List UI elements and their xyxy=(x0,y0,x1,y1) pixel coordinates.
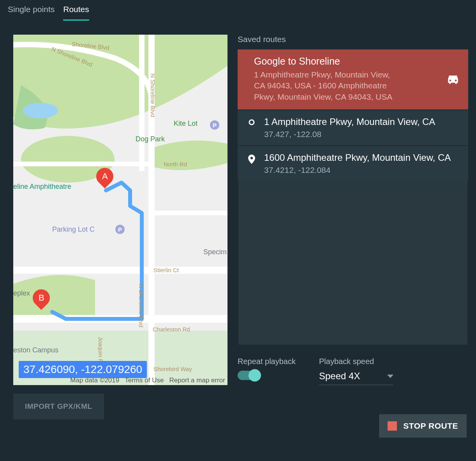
location-pin-icon xyxy=(248,152,256,164)
repeat-playback-label: Repeat playback xyxy=(238,357,296,366)
circle-outline-icon xyxy=(248,116,256,126)
repeat-playback-toggle[interactable] xyxy=(238,371,259,380)
map-label-eplex: eplex xyxy=(13,289,30,297)
road-n-shoreline-vert-1: N Shoreline Blvd xyxy=(150,74,156,117)
repeat-playback-control: Repeat playback xyxy=(238,357,296,380)
saved-route-item[interactable]: Google to Shoreline 1 Amphitheatre Pkwy,… xyxy=(238,49,468,109)
svg-point-6 xyxy=(249,120,254,125)
import-gpx-kml-button[interactable]: IMPORT GPX/KML xyxy=(13,394,104,419)
map-pin-b[interactable]: B xyxy=(33,289,50,312)
tab-routes[interactable]: Routes xyxy=(63,5,89,21)
road-joaquin: Joaquin R xyxy=(97,337,104,363)
route-name: Google to Shoreline xyxy=(254,56,461,67)
pin-a-label: A xyxy=(102,171,108,181)
toggle-knob xyxy=(249,369,261,382)
stop-icon xyxy=(388,421,397,431)
map-attribution: Map data ©2019 Terms of Use Report a map… xyxy=(70,377,225,384)
playback-speed-select[interactable]: Speed 4X xyxy=(319,371,393,385)
route-map[interactable]: Kite Lot Dog Park eline Amphitheatre Par… xyxy=(13,35,227,385)
tab-single-points[interactable]: Single points xyxy=(8,5,55,21)
map-pin-a[interactable]: A xyxy=(96,168,113,190)
map-label-amphitheatre: eline Amphitheatre xyxy=(13,183,71,191)
road-charleston: Charleston Rd xyxy=(153,326,190,333)
playback-speed-control: Playback speed Speed 4X xyxy=(319,357,393,385)
pin-b-label: B xyxy=(39,293,44,303)
waypoint-coords: 37.4212, -122.084 xyxy=(264,165,461,175)
map-terms-link[interactable]: Terms of Use xyxy=(125,377,164,384)
route-description: 1 Amphitheatre Pkwy, Mountain View, CA 9… xyxy=(254,69,402,102)
map-label-parking: Parking Lot C xyxy=(52,225,95,234)
car-icon xyxy=(446,74,460,84)
road-n-shoreline-vert-2: N Shoreline Blvd xyxy=(138,284,145,327)
map-canvas xyxy=(13,35,227,385)
svg-point-4 xyxy=(450,80,451,82)
playback-speed-value: Speed 4X xyxy=(319,371,360,382)
coord-chip: 37.426090, -122.079260 xyxy=(19,361,147,378)
road-stierlin: Stierlin Ct xyxy=(153,267,179,273)
chevron-down-icon xyxy=(387,375,393,378)
playback-speed-label: Playback speed xyxy=(319,357,393,366)
waypoint-list: 1 Amphitheatre Pkwy, Mountain View, CA 3… xyxy=(238,109,468,181)
map-label-eston: eston Campus xyxy=(13,346,58,354)
parking-icon: P xyxy=(210,120,219,130)
stop-route-label: STOP ROUTE xyxy=(403,421,458,431)
waypoint-start[interactable]: 1 Amphitheatre Pkwy, Mountain View, CA 3… xyxy=(238,110,468,146)
road-north-rd: North Rd xyxy=(164,161,187,167)
map-label-dog-park: Dog Park xyxy=(136,135,165,143)
waypoint-title: 1 Amphitheatre Pkwy, Mountain View, CA xyxy=(264,116,461,127)
map-label-specim: Specim xyxy=(203,248,227,256)
stop-route-button[interactable]: STOP ROUTE xyxy=(379,414,467,438)
svg-point-5 xyxy=(455,80,457,82)
waypoint-destination[interactable]: 1600 Amphitheatre Pkwy, Mountain View, C… xyxy=(238,146,468,181)
map-report-link[interactable]: Report a map error xyxy=(169,377,225,384)
map-data-label: Map data ©2019 xyxy=(70,377,119,384)
waypoint-coords: 37.427, -122.08 xyxy=(264,130,461,139)
parking-icon: P xyxy=(115,225,125,234)
saved-routes-title: Saved routes xyxy=(238,35,468,44)
waypoint-title: 1600 Amphitheatre Pkwy, Mountain View, C… xyxy=(264,152,461,163)
map-label-kite-lot: Kite Lot xyxy=(174,120,197,128)
route-list-empty-area xyxy=(238,181,468,345)
svg-point-7 xyxy=(250,157,253,159)
svg-point-3 xyxy=(23,103,58,118)
tabs: Single points Routes xyxy=(0,0,476,21)
road-shorebird: Shorebird Way xyxy=(153,366,192,372)
